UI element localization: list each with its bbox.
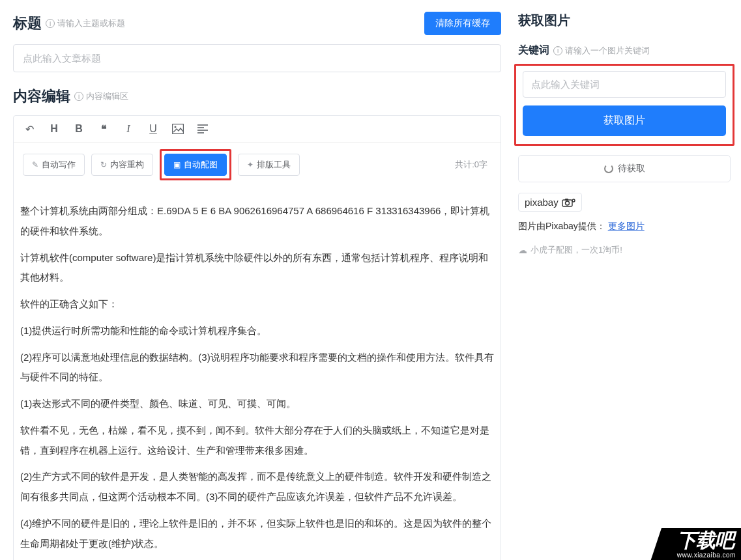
content-paragraph: (1)提供运行时所需功能和性能的命令或计算机程序集合。 (20, 321, 494, 341)
tip-line: ☁ 小虎子配图，一次1淘币! (518, 244, 734, 256)
layout-tool-label: 排版工具 (257, 159, 291, 171)
content-hint: 内容编辑区 (86, 91, 128, 102)
right-panel-title: 获取图片 (514, 12, 734, 29)
bold-icon[interactable]: B (72, 122, 85, 135)
wand-icon: ✦ (247, 160, 254, 169)
cloud-icon: ☁ (518, 245, 527, 255)
content-paragraph: 软件看不见，无色，枯燥，看不见，摸不到，闻不到。软件大部分存在于人们的头脑或纸上… (20, 421, 494, 461)
watermark-sub: www.xiazaiba.com (677, 552, 736, 559)
info-icon: i (46, 19, 55, 28)
camera-icon (561, 198, 575, 207)
underline-icon[interactable]: U (147, 122, 160, 135)
auto-write-button[interactable]: ✎ 自动写作 (23, 154, 85, 176)
clear-cache-button[interactable]: 清除所有缓存 (424, 12, 501, 35)
keyword-label: 关键词 (518, 44, 549, 57)
keyword-input[interactable] (523, 71, 726, 98)
pending-label: 待获取 (618, 163, 645, 175)
content-paragraph: (1)表达形式不同的硬件类型、颜色、味道、可见、可摸、可闻。 (20, 394, 494, 414)
content-paragraph: (2)生产方式不同的软件是开发，是人类智能的高发挥，而不是传统意义上的硬件制造。… (20, 467, 494, 507)
title-input[interactable] (13, 44, 501, 72)
auto-image-label: 自动配图 (184, 159, 218, 171)
auto-image-button[interactable]: ▣ 自动配图 (164, 154, 227, 176)
svg-point-9 (572, 199, 575, 202)
svg-rect-8 (565, 199, 568, 201)
svg-point-7 (565, 201, 569, 205)
restructure-button[interactable]: ↻ 内容重构 (91, 154, 153, 176)
credit-line: 图片由Pixabay提供： 更多图片 (518, 221, 734, 232)
svg-rect-0 (173, 124, 184, 134)
quote-icon[interactable]: ❝ (97, 122, 110, 135)
tip-text: 小虎子配图，一次1淘币! (530, 244, 622, 256)
image-icon[interactable] (171, 122, 184, 135)
format-toolbar: ↶ H B ❝ I U (14, 116, 501, 143)
heading-icon[interactable]: H (48, 122, 61, 135)
pixabay-text: pixabay (525, 197, 559, 208)
info-icon: i (74, 92, 83, 101)
editor-content[interactable]: 整个计算机系统由两部分组成：E.69DA 5 E 6 BA 9062616964… (14, 191, 501, 560)
highlight-box: ▣ 自动配图 (160, 149, 231, 180)
credit-prefix: 图片由Pixabay提供： (518, 221, 605, 231)
action-toolbar: ✎ 自动写作 ↻ 内容重构 ▣ 自动配图 ✦ 排版工具 共计:0字 (14, 143, 501, 191)
word-count: 共计:0字 (455, 159, 491, 171)
fetch-image-button[interactable]: 获取图片 (523, 105, 726, 136)
content-paragraph: (2)程序可以满意地处理信息的数据结构。(3)说明程序功能要求和程序需要的文档的… (20, 348, 494, 388)
content-label: 内容编辑 (13, 87, 70, 106)
refresh-icon: ↻ (100, 160, 107, 169)
keyword-hint: 请输入一个图片关键词 (565, 45, 650, 57)
layout-tool-button[interactable]: ✦ 排版工具 (238, 154, 300, 176)
content-paragraph: (4)维护不同的硬件是旧的，理论上软件是旧的，并不坏，但实际上软件也是旧的和坏的… (20, 514, 494, 554)
watermark-main: 下载吧 (677, 531, 736, 550)
restructure-label: 内容重构 (110, 159, 144, 171)
title-hint: 请输入主题或标题 (57, 18, 125, 29)
auto-write-label: 自动写作 (42, 159, 76, 171)
content-paragraph: 软件的正确含义如下： (20, 294, 494, 315)
info-icon: i (553, 46, 562, 55)
picture-icon: ▣ (173, 160, 181, 169)
italic-icon[interactable]: I (122, 122, 135, 135)
pencil-icon: ✎ (32, 160, 38, 169)
editor-box: ↶ H B ❝ I U ✎ 自动写作 ↻ (13, 115, 501, 560)
pixabay-badge: pixabay (518, 193, 582, 212)
more-images-link[interactable]: 更多图片 (608, 221, 645, 231)
content-paragraph: 计算机软件(computer software)是指计算机系统中除硬件以外的所有… (20, 248, 494, 288)
title-label: 标题 (13, 14, 42, 33)
content-paragraph: 整个计算机系统由两部分组成：E.69DA 5 E 6 BA 9062616964… (20, 201, 494, 242)
spinner-icon (604, 164, 613, 173)
pending-status[interactable]: 待获取 (518, 155, 731, 182)
watermark: 下载吧 www.xiazaiba.com (661, 528, 741, 560)
align-left-icon[interactable] (196, 122, 209, 135)
fetch-highlight-box: 获取图片 (514, 64, 734, 146)
svg-point-1 (175, 126, 177, 128)
keyword-header: 关键词 i 请输入一个图片关键词 (518, 44, 734, 57)
undo-icon[interactable]: ↶ (23, 122, 36, 135)
